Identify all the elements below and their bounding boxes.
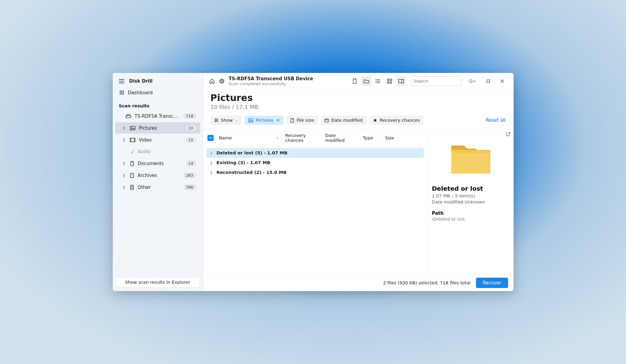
select-all-checkbox[interactable]: [207, 135, 214, 141]
svg-rect-14: [134, 138, 135, 142]
svg-point-32: [215, 119, 216, 120]
column-size[interactable]: Size: [382, 134, 401, 142]
sidebar-item-label: Dashboard: [128, 90, 153, 96]
titlebar-titles: TS-RDF5A Transcend USB Device Scan compl…: [229, 76, 313, 86]
page-title: Pictures: [210, 92, 506, 103]
chevron-right-icon: ❯: [210, 171, 213, 175]
filter-recovery-chances[interactable]: Recovery chances: [369, 116, 424, 125]
sidebar-item-other[interactable]: ❯ Other 396: [115, 182, 200, 193]
sliders-icon: [214, 118, 218, 122]
svg-rect-8: [123, 94, 124, 95]
count-badge: 283: [183, 172, 196, 178]
sidebar-item-label: Video: [139, 137, 152, 143]
view-grid-icon[interactable]: [385, 76, 394, 86]
window-controls: [467, 76, 509, 86]
recover-button[interactable]: Recover: [476, 278, 508, 288]
svg-rect-25: [390, 82, 392, 83]
column-label: Size: [385, 135, 394, 140]
device-title: TS-RDF5A Transcend USB Device: [229, 76, 313, 81]
details-path-label: Path: [432, 211, 509, 216]
group-row-reconstructed[interactable]: ❯ Reconstructed (2) - 15.0 MB: [206, 168, 424, 177]
details-path: \Deleted or lost: [432, 217, 509, 222]
calendar-icon: [324, 118, 329, 122]
group-row-existing[interactable]: ❯ Existing (3) - 1.07 MB: [206, 158, 424, 168]
picture-icon: [130, 126, 135, 130]
view-file-icon[interactable]: [350, 76, 360, 86]
table-header: Name ↓ Recovery chances Date modified Ty…: [203, 129, 427, 147]
column-type[interactable]: Type: [360, 134, 382, 142]
reset-all-link[interactable]: Reset all: [486, 117, 506, 123]
count-badge: 10: [186, 125, 196, 131]
search-box[interactable]: [411, 76, 462, 86]
search-input[interactable]: [414, 79, 467, 84]
group-row-deleted[interactable]: ❯ Deleted or lost (5) - 1.07 MB: [206, 148, 424, 158]
home-icon[interactable]: [209, 78, 215, 84]
filter-file-size[interactable]: File size: [287, 116, 318, 125]
hamburger-icon[interactable]: [119, 79, 124, 83]
column-label: Name: [219, 135, 232, 140]
sidebar-item-label: Archives: [138, 173, 157, 178]
svg-point-15: [131, 152, 133, 154]
column-recovery[interactable]: Recovery chances: [282, 132, 322, 144]
sidebar-item-label: Pictures: [139, 125, 157, 131]
show-in-explorer-button[interactable]: Show scan results in Explorer: [116, 277, 200, 287]
filter-show-button[interactable]: Show ⌄: [210, 116, 242, 125]
chevron-right-icon: ❯: [122, 161, 126, 165]
chevron-right-icon: ❯: [122, 173, 126, 177]
sidebar-item-device[interactable]: TS-RDF5A Transcend US... 718: [115, 110, 200, 122]
other-icon: [130, 185, 134, 190]
document-icon: [130, 161, 134, 166]
audio-icon: [130, 149, 134, 154]
chip-label: Show: [221, 118, 233, 123]
svg-rect-5: [123, 92, 124, 93]
close-icon[interactable]: ✕: [276, 118, 280, 123]
column-name[interactable]: Name ↓: [216, 134, 282, 142]
sidebar-item-label: Documents: [138, 161, 164, 166]
filter-date-modified[interactable]: Date modified: [321, 116, 366, 125]
sidebar-item-archives[interactable]: ❯ Archives 283: [115, 170, 200, 181]
details-date-line: Date modified Unknown: [432, 200, 509, 204]
svg-point-19: [375, 79, 376, 80]
view-folder-icon[interactable]: [361, 76, 371, 86]
sidebar-item-documents[interactable]: ❯ Documents 14: [115, 158, 200, 169]
svg-rect-1: [121, 91, 122, 92]
svg-rect-39: [451, 150, 490, 174]
svg-rect-3: [120, 92, 121, 93]
svg-point-33: [216, 120, 217, 121]
footer-bar: 2 files (930 KB) selected, 718 files tot…: [203, 274, 514, 291]
table-area: Name ↓ Recovery chances Date modified Ty…: [203, 129, 427, 274]
sidebar-header: Disk Drill: [113, 73, 203, 87]
toggle-panel-icon[interactable]: [396, 76, 406, 86]
svg-rect-37: [325, 119, 328, 122]
chevron-right-icon: ❯: [210, 161, 213, 165]
column-date[interactable]: Date modified: [322, 132, 360, 144]
svg-rect-2: [123, 91, 124, 92]
svg-point-21: [375, 82, 376, 83]
sidebar-item-pictures[interactable]: ❯ Pictures 10: [115, 122, 200, 134]
app-title: Disk Drill: [129, 78, 153, 84]
svg-rect-23: [390, 79, 392, 81]
details-title: Deleted or lost: [432, 185, 509, 192]
view-list-icon[interactable]: [373, 76, 383, 86]
minimize-button[interactable]: [467, 76, 481, 86]
sidebar-item-video[interactable]: ❯ Video 15: [115, 134, 200, 146]
titlebar-left: TS-RDF5A Transcend USB Device Scan compl…: [209, 76, 313, 86]
sidebar-item-dashboard[interactable]: Dashboard: [115, 87, 200, 98]
pop-out-icon[interactable]: [506, 132, 511, 137]
filter-bar: Show ⌄ Pictures ✕ File size Date modifie…: [203, 114, 514, 129]
video-icon: [130, 138, 135, 142]
app-window: Disk Drill Dashboard Scan results TS-RDF…: [113, 73, 514, 291]
check-circle-icon: [219, 78, 225, 84]
star-icon: [373, 118, 377, 122]
svg-rect-31: [487, 80, 489, 82]
maximize-button[interactable]: [481, 76, 495, 86]
sidebar-item-label: TS-RDF5A Transcend US...: [135, 114, 180, 119]
close-button[interactable]: [495, 76, 509, 86]
sort-arrow-icon: ↓: [276, 136, 279, 140]
titlebar: TS-RDF5A Transcend USB Device Scan compl…: [203, 73, 514, 89]
count-badge: 14: [186, 160, 196, 166]
filter-pictures-chip[interactable]: Pictures ✕: [245, 116, 284, 125]
sidebar-item-audio[interactable]: Audio: [115, 146, 200, 157]
folder-preview-icon: [432, 134, 509, 182]
svg-rect-26: [399, 79, 404, 83]
